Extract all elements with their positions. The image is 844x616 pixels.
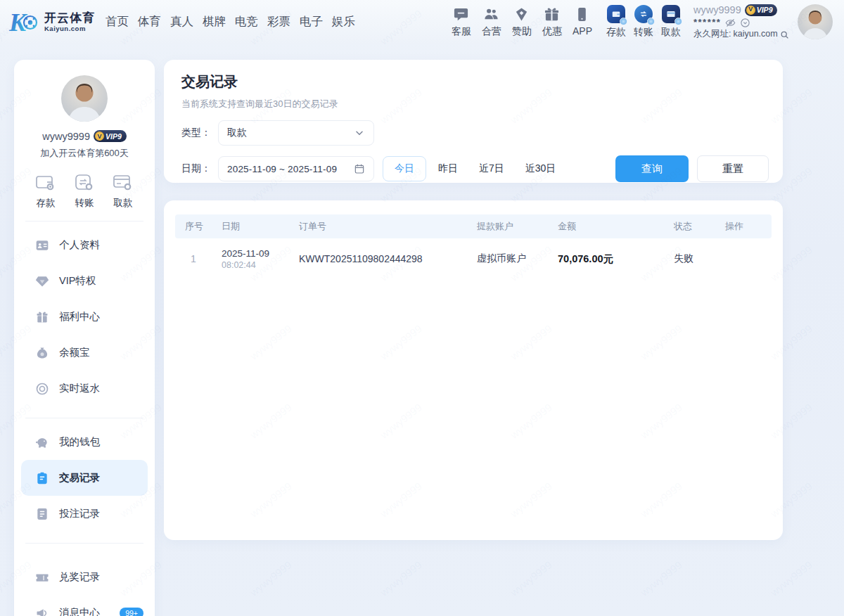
nav-home[interactable]: 首页 bbox=[106, 14, 129, 30]
nav-lottery[interactable]: 彩票 bbox=[267, 14, 290, 30]
nav-sports[interactable]: 体育 bbox=[138, 14, 161, 30]
type-label: 类型： bbox=[181, 127, 218, 139]
service-button[interactable]: 客服 bbox=[452, 6, 471, 38]
kaiyun-logo-icon: K bbox=[8, 8, 39, 36]
permanent-url[interactable]: kaiyun.com bbox=[733, 29, 777, 40]
date-range-input[interactable]: 2025-11-09 ~ 2025-11-09 bbox=[218, 156, 374, 181]
sidebar: wywy9999 V VIP9 加入开云体育第600天 存款 转账 bbox=[14, 60, 155, 616]
sidebar-item-redeem[interactable]: 兑奖记录 bbox=[14, 559, 155, 595]
filter-card: 交易记录 当前系统支持查询最近30日的交易记录 类型： 取款 日期： 2025-… bbox=[164, 60, 783, 183]
logo-domain: Kaiyun.com bbox=[44, 25, 95, 32]
sidebar-item-wallet[interactable]: 我的钱包 bbox=[14, 424, 155, 460]
sidebar-item-rebate[interactable]: 实时返水 bbox=[14, 371, 155, 406]
nav-entertainment[interactable]: 娱乐 bbox=[332, 14, 355, 30]
range-7days-button[interactable]: 近7日 bbox=[470, 156, 513, 181]
sidebar-item-bets[interactable]: 投注记录 bbox=[14, 496, 155, 532]
type-row: 类型： 取款 bbox=[181, 120, 769, 146]
sidebar-withdraw-button[interactable]: 取款 bbox=[113, 174, 134, 210]
bets-icon bbox=[35, 507, 49, 521]
sidebar-item-welfare[interactable]: 福利中心 bbox=[14, 299, 155, 335]
sidebar-item-profile[interactable]: 个人资料 bbox=[14, 227, 155, 263]
col-header-date: 日期 bbox=[212, 220, 289, 233]
calendar-icon bbox=[354, 163, 365, 174]
deposit-button[interactable]: 存款 bbox=[606, 5, 626, 39]
col-header-amount: 金额 bbox=[548, 220, 664, 233]
vip-emblem-icon: V bbox=[746, 6, 755, 15]
table-row: 1 2025-11-09 08:02:44 KWWT20251109802444… bbox=[175, 238, 772, 279]
partners-icon bbox=[483, 6, 499, 23]
nav-live[interactable]: 真人 bbox=[170, 14, 193, 30]
svg-text:K: K bbox=[8, 8, 28, 36]
sidebar-username: wywy9999 bbox=[42, 131, 90, 142]
sidebar-transfer-button[interactable]: 转账 bbox=[74, 174, 95, 210]
row-amount: 70,076.00元 bbox=[548, 252, 664, 266]
range-yesterday-button[interactable]: 昨日 bbox=[429, 156, 467, 181]
sidebar-item-vip[interactable]: VIP特权 bbox=[14, 263, 155, 299]
vip-emblem-icon: V bbox=[95, 131, 104, 141]
deposit-icon bbox=[607, 5, 625, 23]
topbar-utils: 客服 合营 赞助 优惠 APP bbox=[452, 6, 592, 38]
type-select[interactable]: 取款 bbox=[218, 120, 374, 146]
divider bbox=[25, 543, 143, 544]
logo-title: 开云体育 bbox=[44, 12, 95, 25]
records-table-card: 序号 日期 订单号 提款账户 金额 状态 操作 1 2025-11-09 08:… bbox=[164, 200, 783, 540]
gem-icon bbox=[35, 274, 49, 288]
transfer-button[interactable]: 转账 bbox=[634, 5, 653, 39]
site-logo[interactable]: K 开云体育 Kaiyun.com bbox=[8, 8, 101, 36]
date-row: 日期： 2025-11-09 ~ 2025-11-09 今日 昨日 近7日 近3… bbox=[181, 155, 769, 182]
app-button[interactable]: APP bbox=[573, 6, 592, 38]
row-status: 失败 bbox=[664, 252, 715, 265]
user-block: wywy9999 V VIP9 ****** 永久网址: kaiyun.com bbox=[693, 4, 791, 40]
nav-chess[interactable]: 棋牌 bbox=[203, 14, 226, 30]
table-header-row: 序号 日期 订单号 提款账户 金额 状态 操作 bbox=[175, 214, 772, 238]
sidebar-item-transactions[interactable]: 交易记录 bbox=[21, 460, 148, 496]
promotions-button[interactable]: 优惠 bbox=[542, 6, 562, 38]
search-button[interactable]: 查询 bbox=[615, 155, 689, 182]
card-outline-icon bbox=[113, 174, 134, 192]
gift-icon bbox=[544, 6, 560, 23]
megaphone-icon bbox=[35, 606, 49, 616]
topbar-wallet-group: 存款 转账 取款 bbox=[606, 5, 681, 39]
range-today-button[interactable]: 今日 bbox=[383, 156, 426, 181]
eye-off-icon[interactable] bbox=[725, 18, 736, 28]
piggy-icon bbox=[35, 435, 49, 449]
col-header-account: 提款账户 bbox=[467, 220, 548, 233]
masked-balance: ****** bbox=[693, 17, 721, 28]
sidebar-item-messages[interactable]: 消息中心 99+ bbox=[14, 595, 155, 616]
date-range-value: 2025-11-09 ~ 2025-11-09 bbox=[227, 164, 354, 174]
date-label: 日期： bbox=[181, 162, 218, 175]
withdraw-badge-icon bbox=[674, 18, 682, 25]
partners-button[interactable]: 合营 bbox=[482, 6, 501, 38]
page-subtitle: 当前系统支持查询最近30日的交易记录 bbox=[181, 98, 769, 110]
vip-badge: V VIP9 bbox=[745, 4, 778, 16]
quick-range-group: 今日 昨日 近7日 近30日 bbox=[383, 156, 565, 181]
nav-esports[interactable]: 电竞 bbox=[235, 14, 258, 30]
id-card-icon bbox=[35, 238, 49, 252]
chat-icon bbox=[453, 6, 469, 23]
row-account: 虚拟币账户 bbox=[467, 252, 548, 265]
sidebar-avatar[interactable] bbox=[61, 75, 108, 122]
sponsor-button[interactable]: 赞助 bbox=[512, 6, 532, 38]
divider bbox=[25, 418, 143, 418]
main-nav: 首页 体育 真人 棋牌 电竞 彩票 电子 娱乐 bbox=[106, 14, 355, 30]
rebate-icon bbox=[35, 382, 49, 396]
circle-chevron-down-icon[interactable] bbox=[740, 18, 750, 28]
deposit-badge-icon bbox=[620, 18, 627, 25]
reset-button[interactable]: 重置 bbox=[697, 155, 769, 182]
nav-slots[interactable]: 电子 bbox=[300, 14, 323, 30]
topbar-avatar[interactable] bbox=[798, 4, 833, 39]
sidebar-vip-badge: V VIP9 bbox=[94, 130, 127, 142]
joined-days: 加入开云体育第600天 bbox=[14, 147, 155, 160]
page-title: 交易记录 bbox=[181, 72, 769, 91]
sidebar-item-yuebao[interactable]: 余额宝 bbox=[14, 335, 155, 371]
range-30days-button[interactable]: 近30日 bbox=[516, 156, 565, 181]
divider bbox=[25, 221, 143, 222]
transactions-icon bbox=[35, 471, 49, 485]
col-header-status: 状态 bbox=[664, 220, 715, 233]
sidebar-deposit-button[interactable]: 存款 bbox=[35, 174, 56, 210]
permanent-url-label: 永久网址: bbox=[693, 29, 731, 40]
search-icon[interactable] bbox=[780, 30, 789, 39]
chevron-down-icon bbox=[354, 127, 365, 139]
withdraw-button[interactable]: 取款 bbox=[661, 5, 681, 39]
wallet-outline-icon bbox=[35, 174, 56, 192]
